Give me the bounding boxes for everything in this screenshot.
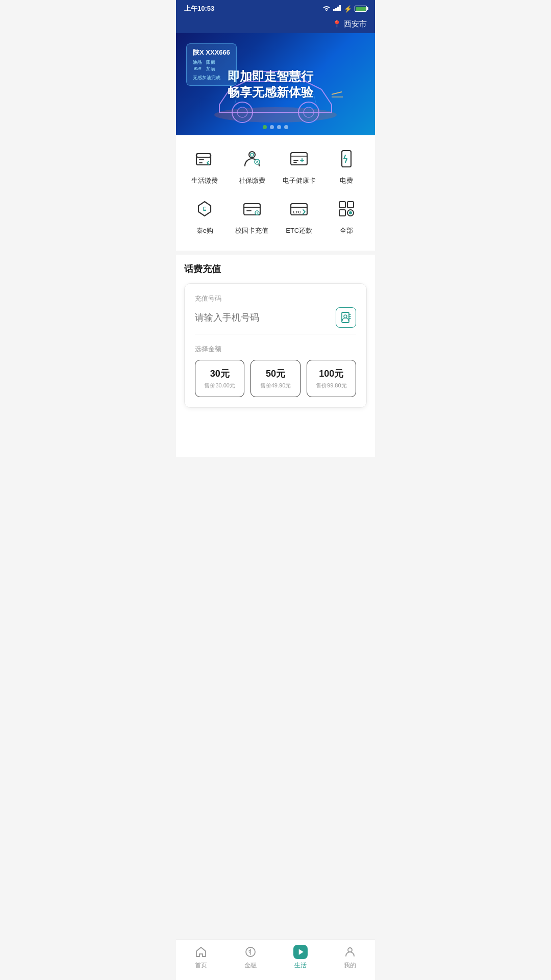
menu-quanbu[interactable]: 全部: [326, 195, 367, 235]
nav-home[interactable]: 首页: [183, 945, 219, 970]
svg-point-13: [249, 152, 255, 158]
svg-rect-31: [342, 312, 349, 323]
jiankang-icon: [286, 145, 312, 172]
nav-life[interactable]: 生活: [283, 945, 318, 970]
phone-input-row: [195, 307, 356, 334]
quick-menu: 生活缴费 社保缴费: [176, 135, 375, 251]
menu-etc[interactable]: ETC ETC还款: [279, 195, 319, 235]
quick-menu-row-2: E 秦e购 校园卡充值: [181, 195, 370, 235]
menu-qine[interactable]: E 秦e购: [184, 195, 225, 235]
amount-price-30: 售价30.00元: [199, 382, 240, 389]
battery-icon: [355, 6, 367, 12]
charging-icon: ⚡: [344, 5, 352, 13]
shebao-label: 社保缴费: [239, 176, 265, 185]
svg-line-9: [332, 92, 342, 94]
status-icons: ⚡: [322, 5, 367, 13]
qine-icon: E: [191, 195, 218, 222]
finance-icon: [243, 945, 258, 959]
menu-dianfei[interactable]: 电费: [326, 145, 367, 185]
dot-1: [263, 125, 267, 129]
nav-life-label: 生活: [294, 961, 307, 970]
amount-value-30: 30元: [199, 368, 240, 380]
fuel-type: 油品 95#: [193, 59, 202, 72]
svg-rect-0: [333, 9, 335, 11]
banner-text: 即加即走智慧行 畅享无感新体验: [228, 68, 323, 100]
nav-home-label: 首页: [195, 961, 207, 970]
life-icon: [293, 945, 308, 959]
svg-rect-3: [339, 5, 341, 11]
quick-menu-row-1: 生活缴费 社保缴费: [181, 145, 370, 185]
status-bar: 上午10:53 ⚡: [176, 0, 375, 17]
location-text: 西安市: [344, 19, 367, 29]
etc-label: ETC还款: [286, 226, 312, 235]
shenghuo-icon: [191, 145, 218, 172]
main-content: 生活缴费 社保缴费: [176, 135, 375, 457]
svg-rect-26: [339, 202, 345, 208]
svg-point-30: [349, 211, 352, 214]
svg-rect-28: [339, 210, 345, 216]
banner-dots: [263, 125, 288, 129]
limit-info: 限额 加满: [206, 59, 215, 72]
phone-input-label: 充值号码: [195, 294, 356, 303]
svg-text:ETC: ETC: [293, 210, 301, 214]
dot-2: [270, 125, 274, 129]
status-text: 无感加油完成: [193, 75, 230, 81]
amount-btn-50[interactable]: 50元 售价49.90元: [251, 360, 300, 397]
svg-rect-2: [337, 7, 339, 11]
section-divider-1: [176, 251, 375, 255]
quanbu-icon: [333, 195, 360, 222]
amount-label: 选择金额: [195, 345, 356, 354]
dot-3: [277, 125, 281, 129]
signal-icon: [333, 5, 341, 13]
menu-shebao[interactable]: 社保缴费: [232, 145, 272, 185]
mine-icon: [343, 945, 357, 959]
recharge-section: 话费充值 充值号码 选择金额: [176, 255, 375, 416]
wifi-icon: [322, 5, 331, 13]
nav-mine-label: 我的: [344, 961, 356, 970]
banner-info-panel: 陕X XXX666 油品 95# 限额 加满 无感加油完成: [186, 43, 237, 86]
qine-label: 秦e购: [196, 226, 213, 235]
amount-price-50: 售价49.90元: [255, 382, 295, 389]
dianfei-label: 电费: [340, 176, 353, 185]
svg-point-37: [348, 948, 352, 952]
xiaoyuan-icon: [239, 195, 265, 222]
home-icon: [194, 945, 208, 959]
nav-mine[interactable]: 我的: [332, 945, 368, 970]
time-display: 上午10:53: [184, 4, 214, 13]
svg-rect-1: [335, 8, 337, 11]
recharge-title: 话费充值: [184, 263, 367, 275]
banner-title-line2: 畅享无感新体验: [228, 84, 313, 100]
bottom-nav: 首页 金融 生活 我的: [176, 939, 375, 980]
amount-btn-100[interactable]: 100元 售价99.80元: [307, 360, 356, 397]
nav-finance[interactable]: 金融: [233, 945, 268, 970]
quanbu-label: 全部: [340, 226, 353, 235]
location-bar: 📍 西安市: [176, 17, 375, 33]
xiaoyuan-label: 校园卡充值: [235, 226, 268, 235]
svg-point-32: [344, 315, 347, 318]
shebao-icon: [239, 145, 265, 172]
svg-point-14: [251, 153, 254, 156]
svg-rect-12: [196, 154, 211, 157]
page-bottom-padding: [176, 416, 375, 457]
phone-input[interactable]: [195, 312, 336, 323]
amount-value-50: 50元: [255, 368, 295, 380]
banner-title-line1: 即加即走智慧行: [228, 68, 313, 84]
menu-jiankang[interactable]: 电子健康卡: [279, 145, 319, 185]
recharge-card: 充值号码 选择金额 30元: [184, 283, 367, 408]
amount-price-100: 售价99.80元: [311, 382, 352, 389]
dot-4: [284, 125, 288, 129]
location-pin-icon: 📍: [332, 20, 342, 29]
shenghuo-label: 生活缴费: [191, 176, 218, 185]
contact-book-icon[interactable]: [336, 307, 356, 328]
etc-icon: ETC: [286, 195, 312, 222]
svg-rect-16: [291, 153, 307, 165]
amount-btn-30[interactable]: 30元 售价30.00元: [195, 360, 244, 397]
jiankang-label: 电子健康卡: [283, 176, 316, 185]
banner: 陕X XXX666 油品 95# 限额 加满 无感加油完成 即加即走智慧行 畅享…: [176, 33, 375, 135]
amount-options: 30元 售价30.00元 50元 售价49.90元 100元 售价99.80元: [195, 360, 356, 397]
svg-rect-27: [347, 202, 354, 208]
amount-value-100: 100元: [311, 368, 352, 380]
menu-xiaoyuan[interactable]: 校园卡充值: [232, 195, 272, 235]
menu-shenghuo[interactable]: 生活缴费: [184, 145, 225, 185]
svg-text:E: E: [203, 206, 207, 212]
